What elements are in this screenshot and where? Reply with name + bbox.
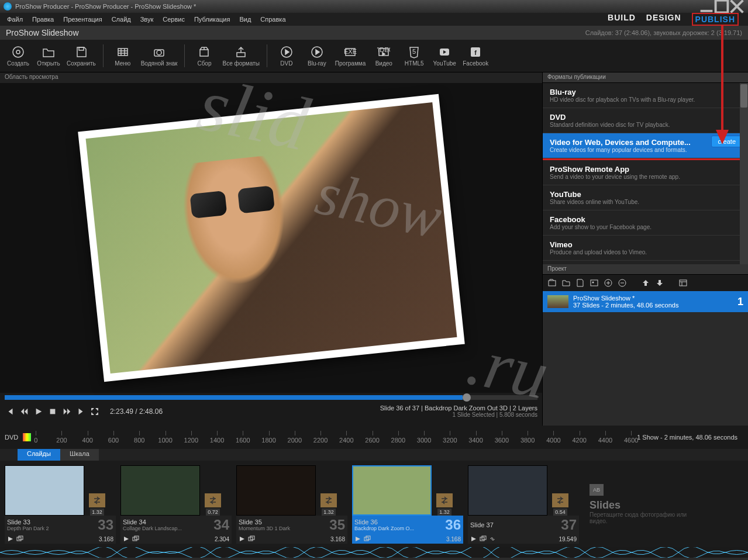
- toolbar-collect-button[interactable]: Сбор: [189, 42, 219, 70]
- minimize-button[interactable]: [699, 2, 714, 11]
- menu-presentation[interactable]: Презентация: [58, 15, 106, 24]
- slide-thumbnail[interactable]: [120, 465, 200, 516]
- toolbar-youtube-button[interactable]: YouTube: [430, 42, 459, 70]
- slide-card[interactable]: 1.32Slide 35Momentum 3D 1 Dark353.168: [236, 465, 347, 542]
- add-slide-placeholder[interactable]: ABSlidesПеретащите сюда фотографию или в…: [584, 465, 695, 542]
- proj-open-icon[interactable]: [561, 278, 571, 288]
- toolbar-open-button[interactable]: Открыть: [34, 42, 63, 70]
- link-icon[interactable]: [489, 535, 496, 542]
- slide-thumbnail[interactable]: [468, 465, 547, 516]
- slide-card[interactable]: 1.32Slide 36Backdrop Dark Zoom O...363.1…: [352, 465, 463, 542]
- slide-duration[interactable]: 3.168: [330, 536, 345, 542]
- transition-icon[interactable]: [552, 493, 568, 507]
- mode-design[interactable]: DESIGN: [646, 13, 681, 26]
- proj-new-icon[interactable]: [547, 278, 557, 288]
- formats-scrollbar[interactable]: [740, 83, 748, 264]
- layers-icon[interactable]: [16, 535, 23, 542]
- seek-bar[interactable]: [5, 395, 537, 400]
- slide-card[interactable]: 0.54Slide 373719.549: [468, 465, 579, 542]
- transition-duration[interactable]: 1.32: [322, 509, 336, 516]
- toolbar-menu-button[interactable]: Меню: [108, 42, 137, 70]
- proj-detail-icon[interactable]: [678, 278, 688, 288]
- play-icon[interactable]: [354, 535, 361, 542]
- proj-up-icon[interactable]: [641, 278, 650, 288]
- layers-icon[interactable]: [364, 535, 371, 542]
- slide-thumbnail[interactable]: [5, 465, 84, 516]
- layers-icon[interactable]: [480, 535, 487, 542]
- slide-duration[interactable]: 3.168: [446, 536, 461, 542]
- slide-card[interactable]: 1.32Slide 33Depth Pan Dark 2333.168: [5, 465, 116, 542]
- slides-strip[interactable]: 1.32Slide 33Depth Pan Dark 2333.1680.72S…: [0, 461, 748, 547]
- menu-view[interactable]: Вид: [235, 15, 256, 24]
- play-icon[interactable]: [239, 535, 246, 542]
- transition-icon[interactable]: [436, 493, 453, 507]
- transition-duration[interactable]: 0.54: [553, 509, 567, 516]
- format-item[interactable]: FacebookAdd your show to your Facebook p…: [543, 210, 748, 236]
- toolbar-bluray-button[interactable]: Blu-ray: [302, 42, 332, 70]
- slide-thumbnail[interactable]: [236, 465, 316, 516]
- menu-help[interactable]: Справка: [256, 15, 290, 24]
- close-button[interactable]: [729, 2, 744, 11]
- slide-duration[interactable]: 3.168: [99, 536, 113, 542]
- layers-icon[interactable]: [132, 535, 139, 542]
- slide-thumbnail[interactable]: [352, 465, 432, 516]
- create-button[interactable]: create: [711, 136, 742, 147]
- transition-icon[interactable]: [205, 493, 221, 507]
- play-icon[interactable]: [123, 535, 130, 542]
- transition-icon[interactable]: [320, 493, 337, 507]
- stop-button[interactable]: [47, 406, 58, 417]
- toolbar-html5-button[interactable]: 5HTML5: [399, 42, 429, 70]
- proj-image-icon[interactable]: [590, 278, 599, 288]
- slide-duration[interactable]: 19.549: [559, 536, 577, 542]
- fullscreen-button[interactable]: [89, 406, 101, 417]
- transition-duration[interactable]: 0.72: [206, 509, 220, 516]
- format-item[interactable]: DVDStandard definition video disc for TV…: [543, 108, 748, 133]
- toolbar-save-button[interactable]: Сохранить: [64, 42, 98, 70]
- project-item[interactable]: ProShow Slideshow * 37 Slides - 2 minute…: [543, 291, 748, 312]
- mode-publish[interactable]: PUBLISH: [692, 13, 739, 26]
- preview-area[interactable]: [0, 83, 542, 393]
- proj-save-icon[interactable]: [575, 278, 585, 288]
- menu-file[interactable]: Файл: [2, 15, 27, 24]
- proj-remove-icon[interactable]: [618, 278, 627, 288]
- menu-edit[interactable]: Правка: [27, 15, 58, 24]
- play-button[interactable]: [33, 406, 44, 417]
- format-item[interactable]: Video for Web, Devices and Compute...Cre…: [543, 133, 748, 158]
- toolbar-create-button[interactable]: Создать: [4, 42, 33, 70]
- play-icon[interactable]: [470, 535, 477, 542]
- last-button[interactable]: [75, 406, 87, 417]
- transition-duration[interactable]: 1.32: [437, 509, 451, 516]
- transition-duration[interactable]: 1.32: [90, 509, 104, 516]
- play-icon[interactable]: [7, 535, 14, 542]
- format-item[interactable]: VimeoProduce and upload videos to Vimeo.: [543, 236, 748, 261]
- seek-handle[interactable]: [463, 393, 471, 402]
- first-button[interactable]: [5, 406, 16, 417]
- tab-scale[interactable]: Шкала: [60, 449, 99, 461]
- layers-icon[interactable]: [248, 535, 255, 542]
- proj-down-icon[interactable]: [655, 278, 664, 288]
- format-item[interactable]: ProShow Remote AppSend a video to your d…: [543, 160, 748, 185]
- slide-duration[interactable]: 2.304: [215, 536, 229, 542]
- toolbar-watermark-button[interactable]: Водяной знак: [139, 42, 180, 70]
- menu-publication[interactable]: Публикация: [189, 15, 235, 24]
- toolbar-facebook-button[interactable]: fFacebook: [460, 42, 491, 70]
- slide-card[interactable]: 0.72Slide 34Collage Dark Landscap...342.…: [120, 465, 232, 542]
- tab-slides[interactable]: Слайды: [18, 449, 60, 461]
- format-item[interactable]: YouTubeShare videos online with YouTube.: [543, 185, 748, 210]
- rewind-button[interactable]: [19, 406, 30, 417]
- menu-sound[interactable]: Звук: [136, 15, 158, 24]
- menu-slide[interactable]: Слайд: [107, 15, 136, 24]
- audio-waveform[interactable]: [0, 547, 748, 558]
- toolbar-exe-button[interactable]: EXEПрограмма: [333, 42, 368, 70]
- forward-button[interactable]: [61, 406, 73, 417]
- toolbar-export-button[interactable]: Все форматы: [220, 42, 261, 70]
- menu-service[interactable]: Сервис: [158, 15, 189, 24]
- proj-add-icon[interactable]: [604, 278, 613, 288]
- ruler[interactable]: 0200400600800100012001400160018002000220…: [36, 431, 631, 444]
- scrollbar-thumb[interactable]: [740, 84, 747, 108]
- transition-icon[interactable]: [89, 493, 105, 507]
- maximize-button[interactable]: [714, 2, 729, 11]
- toolbar-dvd-button[interactable]: DVD: [272, 42, 301, 70]
- format-item[interactable]: Blu-rayHD video disc for playback on TVs…: [543, 83, 748, 108]
- toolbar-video-button[interactable]: VIDEOВидео: [369, 42, 398, 70]
